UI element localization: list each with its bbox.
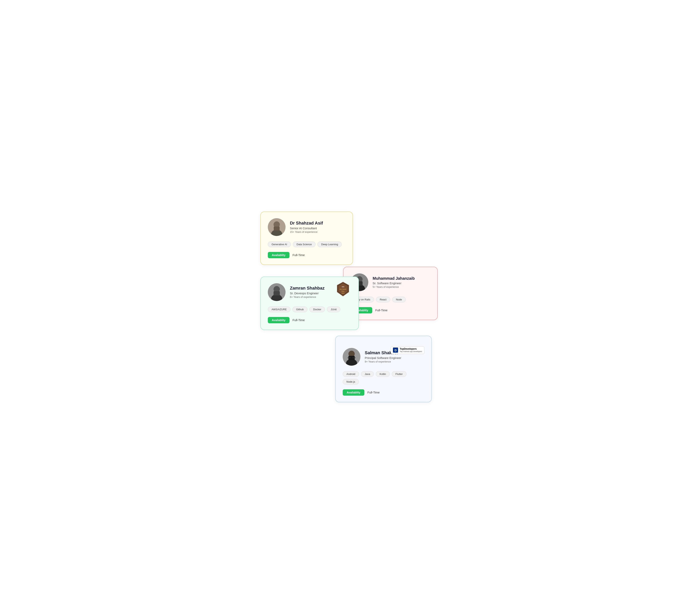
top-dev-icon: D [393, 347, 398, 353]
skill-tag: Data Science [293, 242, 316, 247]
card-shahzad[interactable]: Dr Shahzad Asif Senior AI Consultant 15+… [260, 211, 353, 265]
title-jahanzaib: Sr. Software Engineer [373, 282, 415, 285]
avatar-zamran [268, 283, 285, 301]
availability-row-jahanzaib: Availablity Full-Time [351, 307, 430, 313]
top-dev-subtitle: Top Android App Developers [400, 351, 422, 353]
card-zamran[interactable]: Zamran Shahbaz Sr. Deveops Engineer 6+ Y… [260, 276, 359, 330]
title-shahzad: Senior AI Consultant [290, 227, 323, 230]
availability-row-shahzad: Availablity Full-Time [268, 252, 346, 258]
skill-tag: AWS/AZURE [268, 306, 291, 312]
title-zamran: Sr. Deveops Engineer [290, 291, 324, 295]
avatar-shahzad [268, 218, 285, 236]
skills-zamran: AWS/AZURE Github Docker JUnit [268, 306, 351, 312]
skill-tag: Docker [309, 306, 325, 312]
availability-text-zamran: Full-Time [293, 318, 305, 322]
skill-tag: React [376, 297, 390, 302]
name-shahzad: Dr Shahzad Asif [290, 221, 323, 226]
top-developers-badge: D TopDevelopers Top Android App Develope… [391, 346, 424, 354]
name-jahanzaib: Muhammad Jahanzaib [373, 276, 415, 281]
experience-jahanzaib: 5+ Years of experience [373, 285, 415, 288]
svg-text:Award: Award [341, 292, 345, 294]
availability-row-zamran: Availablity Full-Time [268, 317, 351, 323]
skill-tag: Generative AI [268, 242, 291, 247]
card-salman[interactable]: D TopDevelopers Top Android App Develope… [335, 336, 432, 402]
skill-tag: Flutter [392, 371, 407, 377]
availability-badge-salman: Availablity [343, 389, 364, 396]
card-header-wrapper-salman: D TopDevelopers Top Android App Develope… [343, 348, 424, 366]
skill-tag: Kotlin [376, 371, 390, 377]
skill-tag: Java [361, 371, 374, 377]
card-info-shahzad: Dr Shahzad Asif Senior AI Consultant 15+… [290, 221, 323, 233]
availability-badge-zamran: Availablity [268, 317, 290, 323]
experience-shahzad: 15+ Years of experience [290, 230, 323, 233]
card-header-wrapper-zamran: Zamran Shahbaz Sr. Deveops Engineer 6+ Y… [268, 283, 351, 301]
card-header: Dr Shahzad Asif Senior AI Consultant 15+… [268, 218, 346, 236]
avatar-salman [343, 348, 360, 366]
mvp-badge: AWS Most Valuable Player Award [337, 282, 349, 297]
skills-shahzad: Generative AI Data Science Deep Learning [268, 242, 346, 247]
svg-text:Player: Player [341, 290, 345, 292]
skill-tag: JUnit [327, 306, 340, 312]
page-container: Dr Shahzad Asif Senior AI Consultant 15+… [260, 211, 438, 405]
skill-tag: Node [392, 297, 406, 302]
svg-rect-7 [274, 291, 280, 296]
card-info-zamran: Zamran Shahbaz Sr. Deveops Engineer 6+ Y… [290, 286, 324, 299]
name-zamran: Zamran Shahbaz [290, 286, 324, 291]
experience-zamran: 6+ Years of experience [290, 296, 324, 299]
top-dev-text-block: TopDevelopers Top Android App Developers [400, 347, 422, 353]
skills-jahanzaib: Ruby on Rails React Node [351, 297, 430, 302]
availability-text-shahzad: Full-Time [293, 253, 305, 257]
skill-tag: Deep Learning [318, 242, 342, 247]
card-header-jahanzaib: Muhammad Jahanzaib Sr. Software Engineer… [351, 273, 430, 291]
skill-tag: Github [292, 306, 307, 312]
availability-row-salman: Availablity Full-Time [343, 389, 424, 396]
skill-tag: Android [343, 371, 359, 377]
skills-salman: Android Java Kotlin Flutter Node.js [343, 371, 424, 385]
svg-text:Most Valuable: Most Valuable [340, 289, 346, 290]
svg-rect-3 [274, 227, 280, 230]
availability-text-jahanzaib: Full-Time [375, 309, 388, 312]
availability-badge-shahzad: Availablity [268, 252, 290, 258]
experience-salman: 8+ Years of experience [365, 360, 401, 363]
card-info-jahanzaib: Muhammad Jahanzaib Sr. Software Engineer… [373, 276, 415, 288]
top-dev-title: TopDevelopers [400, 347, 422, 351]
title-salman: Principal Software Engineer [365, 356, 401, 359]
svg-text:AWS: AWS [342, 286, 345, 287]
availability-text-salman: Full-Time [367, 391, 380, 394]
skill-tag: Node.js [343, 379, 359, 385]
